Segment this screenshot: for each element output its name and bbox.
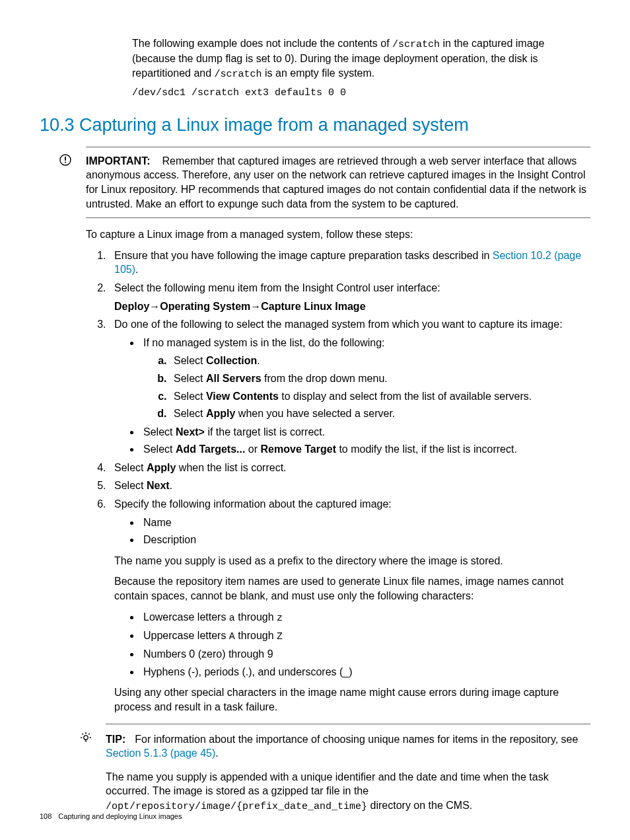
intro-code-block: /dev/sdc1 /scratch ext3 defaults 0 0 xyxy=(132,87,590,100)
step6-name: Name xyxy=(141,515,590,530)
chapter-title: Capturing and deploying Linux images xyxy=(58,812,182,820)
step3-text: Do one of the following to select the ma… xyxy=(114,319,563,330)
menu-path: Deploy→Operating System→Capture Linux Im… xyxy=(114,299,590,314)
step3-b2: Select Next> if the target list is corre… xyxy=(141,425,590,439)
tip-label: TIP: xyxy=(106,734,125,745)
page-footer: 108Capturing and deploying Linux images xyxy=(40,812,182,821)
svg-rect-6 xyxy=(85,732,86,734)
important-icon xyxy=(59,154,71,170)
tip-link[interactable]: Section 5.1.3 (page 45) xyxy=(106,747,215,759)
step-5: Select Next. xyxy=(109,478,590,493)
step2-text: Select the following menu item from the … xyxy=(114,282,440,293)
alpha-d: Select Apply when you have selected a se… xyxy=(170,406,590,421)
arrow2: → xyxy=(250,301,261,312)
step-2: Select the following menu item from the … xyxy=(109,281,590,313)
section-heading: 10.3 Capturing a Linux image from a mana… xyxy=(40,113,590,137)
step6-desc: Description xyxy=(141,533,590,547)
after-a: The name you supply is appended with a u… xyxy=(106,771,549,797)
intro-code-1: /scratch xyxy=(392,39,440,50)
svg-point-3 xyxy=(84,735,88,739)
step6-p3: Using any other special characters in th… xyxy=(114,685,590,714)
alpha-c: Select View Contents to display and sele… xyxy=(170,389,590,404)
intro-text-a: The following example does not include t… xyxy=(132,38,392,49)
svg-rect-7 xyxy=(81,737,83,738)
charset-symbols: Hyphens (-), periods (.), and underscore… xyxy=(141,665,590,679)
charset-upper: Uppercase letters A through Z xyxy=(141,629,590,644)
step6-p1: The name you supply is used as a prefix … xyxy=(114,554,590,568)
step-1: Ensure that you have following the image… xyxy=(109,248,590,277)
step1-b: . xyxy=(135,264,138,275)
charset-lower: Lowercase letters a through z xyxy=(141,610,590,625)
menu-os: Operating System xyxy=(160,301,250,312)
lead-text: To capture a Linux image from a managed … xyxy=(86,227,590,242)
alpha-a: Select Collection. xyxy=(170,354,590,368)
after-code: /opt/repository/image/{prefix_date_and_t… xyxy=(106,801,367,812)
step1-a: Ensure that you have following the image… xyxy=(114,250,493,261)
svg-point-2 xyxy=(65,161,66,163)
intro-paragraph: The following example does not include t… xyxy=(132,36,590,81)
step6-charset: Lowercase letters a through z Uppercase … xyxy=(114,610,590,679)
after-tip-paragraph: The name you supply is appended with a u… xyxy=(106,770,590,814)
menu-deploy: Deploy xyxy=(114,301,149,312)
svg-rect-5 xyxy=(85,741,87,742)
step6-text: Specify the following information about … xyxy=(114,498,392,510)
after-b: directory on the CMS. xyxy=(367,800,472,811)
step3-b3: Select Add Targets... or Remove Target t… xyxy=(141,442,590,457)
step3-b1: If no managed system is in the list, do … xyxy=(141,336,590,421)
intro-code-2: /scratch xyxy=(215,69,262,80)
important-label: IMPORTANT: xyxy=(86,155,150,167)
svg-rect-8 xyxy=(90,737,92,738)
tip-text-b: . xyxy=(215,747,218,759)
tip-box: TIP:For information about the importance… xyxy=(106,724,590,761)
step3-bullets: If no managed system is in the list, do … xyxy=(114,336,590,457)
svg-rect-10 xyxy=(88,733,90,734)
svg-rect-4 xyxy=(85,739,86,741)
step-4: Select Apply when the list is correct. xyxy=(109,461,590,475)
tip-icon xyxy=(79,731,92,748)
step-6: Specify the following information about … xyxy=(109,497,590,714)
main-steps: Ensure that you have following the image… xyxy=(86,248,590,714)
tip-text-a: For information about the importance of … xyxy=(135,734,578,745)
arrow1: → xyxy=(149,301,160,312)
charset-numbers: Numbers 0 (zero) through 9 xyxy=(141,647,590,662)
step3-b1-text: If no managed system is in the list, do … xyxy=(143,337,385,348)
intro-text-c: is an empty file system. xyxy=(262,67,375,79)
step-3: Do one of the following to select the ma… xyxy=(109,317,590,457)
step3-alpha: Select Collection. Select All Servers fr… xyxy=(143,354,590,420)
alpha-b: Select All Servers from the drop down me… xyxy=(170,371,590,386)
step6-bullets-1: Name Description xyxy=(114,515,590,547)
menu-capture: Capture Linux Image xyxy=(261,301,365,312)
important-text: Remember that captured images are retrie… xyxy=(86,155,586,210)
step6-p2: Because the repository item names are us… xyxy=(114,574,590,603)
svg-rect-1 xyxy=(65,157,66,161)
svg-rect-9 xyxy=(82,733,83,734)
important-box: IMPORTANT:Remember that captured images … xyxy=(86,147,590,218)
page-number: 108 xyxy=(40,812,52,820)
